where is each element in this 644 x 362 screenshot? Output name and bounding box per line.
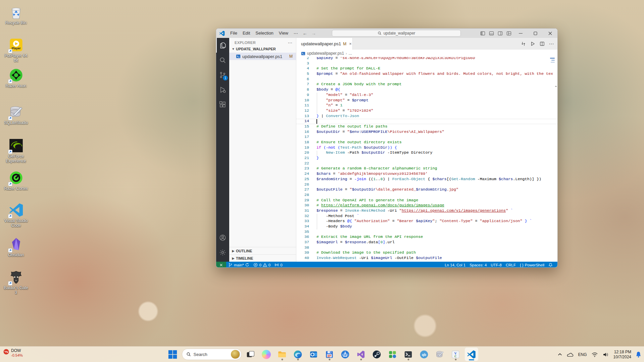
git-branch-status[interactable]: main* [226,262,251,268]
notification-bell-icon[interactable] [636,351,641,358]
taskbar-qbittorrent[interactable]: qb [417,348,431,361]
code-line-6[interactable]: 6 [296,77,557,82]
taskbar-floppy-disk-app[interactable] [323,348,336,361]
code-line-15[interactable]: 15# Define the output file paths [296,124,557,130]
taskbar-veracrypt[interactable]: VC [449,348,462,361]
toggle-primary-sidebar-icon[interactable] [478,30,487,37]
menu-file[interactable]: File [228,30,240,37]
desktop-icon-visual-studio-code[interactable]: Visual Studio Code [2,203,30,228]
code-line-4[interactable]: 4# Set the prompt for DALL-E [296,66,557,71]
menu-edit[interactable]: Edit [240,30,253,37]
code-line-3[interactable]: 3 [296,61,557,66]
more-actions-icon[interactable]: ⋯ [547,40,555,48]
desktop-icon-razer-axon[interactable]: Razer Axon [2,68,30,88]
taskbar-sqlite-app[interactable] [433,348,447,361]
code-line-14[interactable]: 14 [296,119,557,124]
code-line-21[interactable]: 21} [296,156,557,161]
code-line-26[interactable]: 26 [296,182,557,188]
customize-layout-icon[interactable] [504,30,513,37]
code-line-39[interactable]: 39# Download the image to the specified … [296,250,557,256]
taskbar-outlook[interactable] [307,348,320,361]
taskbar-file-explorer[interactable] [276,348,289,361]
language-mode-status[interactable]: { } PowerShell [518,262,546,268]
section-timeline[interactable]: ▶ TIMELINE [229,254,296,262]
desktop-icon-recycle-bin[interactable]: Recycle Bin [2,5,30,25]
account-icon[interactable] [216,230,229,245]
desktop-icon-sqlitestudio[interactable]: SQLiteStudio [2,105,30,125]
split-editor-icon[interactable] [538,40,546,48]
menu-more[interactable]: ⋯ [291,31,301,36]
nav-back-icon[interactable]: ← [303,31,307,36]
volume-icon[interactable] [602,352,609,357]
code-line-32[interactable]: 32 -Method Post ` [296,214,557,219]
desktop-icon-baldurs-gate-3[interactable]: Baldur's Gate 3 [2,270,30,295]
indentation-status[interactable]: Spaces: 4 [467,262,489,268]
taskbar-visual-studio[interactable] [354,348,368,361]
code-line-11[interactable]: 11 "n" = 1 [296,103,557,108]
code-line-25[interactable]: 25$randomString = -join ((1..8) | ForEac… [296,177,557,182]
toggle-secondary-sidebar-icon[interactable] [496,30,504,37]
encoding-status[interactable]: UTF-8 [489,262,504,268]
run-script-icon[interactable] [529,40,537,48]
code-line-20[interactable]: 20 New-Item -Path $outputDir -ItemType D… [296,150,557,156]
taskbar-edge[interactable] [291,348,305,361]
notifications-bell-icon[interactable] [546,262,555,268]
file-item-updatewallpaper[interactable]: updatewallpaper.ps1 M [229,53,296,60]
code-editor[interactable]: 2$apiKey = "sk-None-EJNhLeFYuQuQyM7hbumo… [296,57,557,262]
code-line-5[interactable]: 5$prompt = "An old-fashioned wallpaper w… [296,71,557,77]
taskbar-blue-orbit-app[interactable] [339,348,352,361]
breadcrumb[interactable]: updatewallpaper.ps1 › ... [296,50,557,57]
taskbar-green-tiles-app[interactable] [386,348,399,361]
code-line-24[interactable]: 24$chars = 'abcdefghijklmnopqrstuvwxyz01… [296,171,557,177]
open-changes-icon[interactable] [519,40,527,48]
nav-forward-icon[interactable]: → [311,31,316,36]
run-debug-icon[interactable] [216,82,229,97]
code-line-18[interactable]: 18# Ensure the output directory exists [296,140,557,145]
desktop-icon-obsidian[interactable]: Obsidian [2,237,30,257]
section-update-wallpaper[interactable]: ▼ UPDATE_WALLPAPER [229,45,296,53]
code-line-33[interactable]: 33 -Headers @{ "Authorization" = "Bearer… [296,219,557,224]
code-line-8[interactable]: 8$body = @{ [296,87,557,93]
code-line-9[interactable]: 9 "model" = "dall-e-3" [296,93,557,98]
taskbar-task-view[interactable] [244,348,257,361]
code-line-12[interactable]: 12 "size" = "1792×1024" [296,108,557,114]
code-line-40[interactable]: 40Invoke-WebRequest -Uri $imageUrl -OutF… [296,256,557,261]
code-line-7[interactable]: 7# Create a JSON body with the prompt [296,82,557,87]
command-center-search[interactable]: update_wallpaper [332,30,461,37]
extensions-icon[interactable] [216,97,229,112]
code-line-10[interactable]: 10 "prompt" = $prompt [296,98,557,103]
menu-view[interactable]: View [276,30,291,37]
tray-chevron-up-icon[interactable] [558,353,562,356]
taskbar-vscode[interactable] [465,348,478,361]
desktop-icon-razer-cortex[interactable]: Razer Cortex [2,170,30,191]
taskbar-search[interactable]: Search [182,349,242,360]
tab-close-icon[interactable]: × [349,41,352,46]
taskbar-copilot[interactable] [260,348,273,361]
ports-status[interactable]: 0 [273,262,284,268]
maximize-button[interactable] [528,29,543,38]
code-line-19[interactable]: 19if (-not (Test-Path $outputDir)) { [296,145,557,151]
code-line-22[interactable]: 22 [296,161,557,166]
code-line-17[interactable]: 17 [296,135,557,140]
code-line-29[interactable]: 29# Call the OpenAI API to generate the … [296,198,557,203]
remote-indicator[interactable] [216,262,226,268]
language-indicator[interactable]: ENG [578,352,587,357]
toggle-panel-icon[interactable] [487,30,496,37]
desktop-icon-geforce-experience[interactable]: GeForce Experience [2,138,30,163]
code-line-16[interactable]: 16$outputDir = "$env:USERPROFILE\Picture… [296,130,557,135]
widgets-button[interactable]: DOW -0.54% [3,348,23,358]
code-line-35[interactable]: 35 [296,229,557,235]
menu-selection[interactable]: Selection [253,30,276,37]
code-line-2[interactable]: 2$apiKey = "sk-None-EJNhLeFYuQuQyM7hbumo… [296,57,557,61]
search-sidebar-icon[interactable] [216,53,229,67]
code-line-31[interactable]: 31$response = Invoke-RestMethod -Uri "ht… [296,208,557,214]
cursor-position-status[interactable]: Ln 14, Col 1 [443,262,467,268]
wifi-icon[interactable] [591,352,598,357]
explorer-actions-icon[interactable]: ⋯ [288,40,293,45]
code-line-13[interactable]: 13} | ConvertTo-Json [296,114,557,119]
settings-gear-icon[interactable] [216,245,229,260]
clock[interactable]: 12:18 PM 10/7/2024 [613,350,631,360]
code-line-28[interactable]: 28 [296,193,557,198]
code-line-36[interactable]: 36# Extract the image URL from the API r… [296,235,557,240]
code-line-34[interactable]: 34 -Body $body [296,224,557,229]
